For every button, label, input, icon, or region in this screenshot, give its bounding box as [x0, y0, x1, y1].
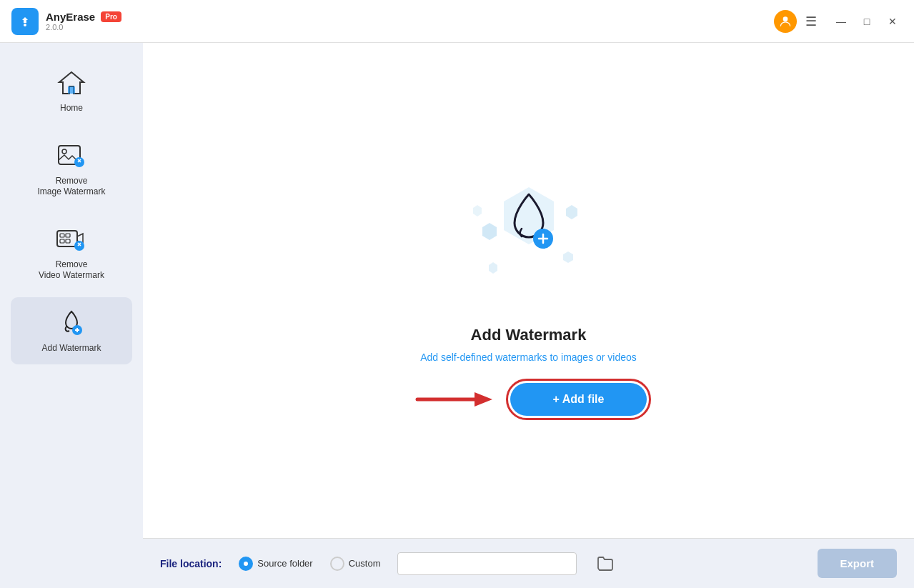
- svg-marker-21: [475, 392, 492, 407]
- footer-bar: File location: Source folder Custom Expo…: [143, 538, 914, 588]
- source-folder-label: Source folder: [257, 558, 312, 569]
- add-watermark-subtitle: Add self-defined watermarks to images or…: [420, 352, 637, 363]
- titlebar: AnyErase Pro 2.0.0 ☰ — □ ✕: [0, 0, 914, 43]
- home-icon: [56, 67, 87, 99]
- custom-path-input[interactable]: [397, 552, 577, 575]
- add-file-button[interactable]: + Add file: [510, 383, 647, 416]
- watermark-illustration: [450, 166, 607, 309]
- content-area: Add Watermark Add self-defined watermark…: [143, 43, 914, 588]
- sidebar-item-home-label: Home: [60, 103, 83, 114]
- app-version: 2.0.0: [46, 23, 121, 31]
- custom-label: Custom: [349, 558, 381, 569]
- subtitle-blue: images or videos: [561, 352, 637, 363]
- svg-marker-16: [566, 205, 577, 219]
- maximize-button[interactable]: □: [857, 11, 877, 31]
- add-watermark-title: Add Watermark: [471, 326, 587, 344]
- svg-rect-6: [74, 157, 84, 167]
- svg-rect-8: [60, 234, 64, 237]
- svg-rect-9: [66, 234, 70, 237]
- custom-option[interactable]: Custom: [330, 557, 381, 571]
- pro-badge: Pro: [101, 11, 121, 22]
- minimize-button[interactable]: —: [831, 11, 851, 31]
- sidebar: Home RemoveImage Watermark: [0, 43, 143, 588]
- svg-point-1: [24, 24, 26, 26]
- add-watermark-icon: [56, 307, 87, 339]
- source-folder-radio[interactable]: [239, 557, 253, 571]
- source-folder-option[interactable]: Source folder: [239, 557, 312, 571]
- svg-rect-11: [66, 239, 70, 243]
- svg-point-2: [783, 16, 788, 21]
- app-info: AnyErase Pro 2.0.0: [46, 11, 121, 31]
- remove-video-icon: [56, 224, 87, 255]
- remove-image-icon: [56, 140, 87, 171]
- close-button[interactable]: ✕: [883, 11, 903, 31]
- app-logo: [11, 8, 39, 35]
- arrow-annotation: [410, 385, 496, 414]
- svg-point-5: [62, 149, 66, 154]
- svg-marker-17: [563, 251, 573, 263]
- titlebar-right: ☰ — □ ✕: [774, 10, 903, 33]
- content-main: Add Watermark Add self-defined watermark…: [143, 43, 914, 538]
- export-button[interactable]: Export: [818, 549, 898, 578]
- sidebar-item-remove-video-label: RemoveVideo Watermark: [39, 259, 104, 281]
- svg-marker-18: [489, 262, 497, 274]
- subtitle-green: Add self-defined watermarks to: [420, 352, 561, 363]
- svg-marker-15: [482, 223, 497, 240]
- sidebar-item-home[interactable]: Home: [11, 57, 132, 124]
- sidebar-item-remove-image[interactable]: RemoveImage Watermark: [11, 130, 132, 208]
- svg-rect-10: [60, 239, 64, 243]
- main-layout: Home RemoveImage Watermark: [0, 43, 914, 588]
- svg-rect-12: [74, 241, 84, 251]
- file-location-label: File location:: [160, 558, 222, 569]
- svg-rect-7: [57, 231, 77, 246]
- svg-marker-19: [473, 205, 482, 216]
- sidebar-item-remove-video[interactable]: RemoveVideo Watermark: [11, 214, 132, 291]
- sidebar-item-add-watermark-label: Add Watermark: [42, 343, 101, 354]
- custom-radio[interactable]: [330, 557, 344, 571]
- app-name: AnyErase: [46, 11, 95, 23]
- sidebar-item-add-watermark[interactable]: Add Watermark: [11, 297, 132, 364]
- svg-rect-3: [68, 86, 75, 94]
- sidebar-item-remove-image-label: RemoveImage Watermark: [38, 176, 106, 198]
- window-controls: — □ ✕: [831, 11, 903, 31]
- hamburger-icon[interactable]: ☰: [805, 14, 817, 29]
- folder-browse-button[interactable]: [594, 552, 617, 575]
- user-icon[interactable]: [774, 10, 797, 33]
